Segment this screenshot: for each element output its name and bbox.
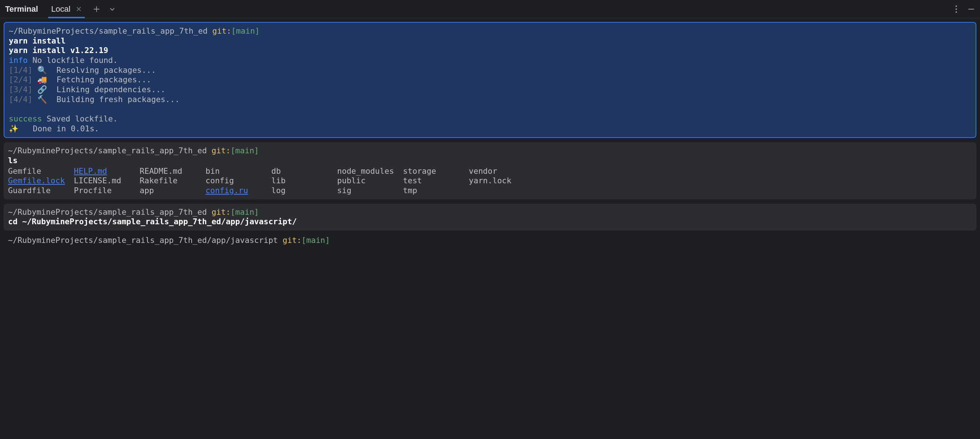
ls-item: Rakefile — [140, 176, 205, 186]
output-line: [3/4] 🔗 Linking dependencies... — [9, 85, 971, 95]
svg-point-1 — [956, 8, 957, 10]
tab-dropdown-button[interactable] — [109, 5, 116, 13]
ls-item: log — [271, 186, 337, 196]
ls-output: GemfileHELP.mdREADME.mdbindbnode_modules… — [8, 166, 972, 196]
plus-icon — [93, 5, 100, 13]
ls-item: yarn.lock — [469, 176, 535, 186]
ls-item: app — [140, 186, 205, 196]
ls-item — [469, 186, 535, 196]
command-block-cd[interactable]: ~/RubymineProjects/sample_rails_app_7th_… — [4, 204, 976, 230]
tab-actions — [93, 5, 116, 13]
output-line: ✨ Done in 0.01s. — [9, 124, 971, 134]
ls-item: config — [205, 176, 271, 186]
ls-item: LICENSE.md — [74, 176, 140, 186]
kebab-icon — [955, 5, 957, 13]
ls-item: vendor — [469, 166, 535, 176]
output-line: yarn install v1.22.19 — [9, 46, 108, 55]
prompt: ~/RubymineProjects/sample_rails_app_7th_… — [8, 146, 972, 156]
output-line: info No lockfile found. — [9, 56, 971, 65]
ls-item: Guardfile — [8, 186, 74, 196]
terminal-tab-bar: Terminal Local ✕ — [0, 0, 980, 18]
add-tab-button[interactable] — [93, 5, 100, 13]
output-line: [4/4] 🔨 Building fresh packages... — [9, 95, 971, 105]
ls-item: node_modules — [337, 166, 403, 176]
ls-item: tmp — [403, 186, 469, 196]
close-icon[interactable]: ✕ — [76, 5, 82, 14]
output-line: [2/4] 🚚 Fetching packages... — [9, 75, 971, 85]
output-line: success Saved lockfile. — [9, 114, 971, 124]
ls-item: sig — [337, 186, 403, 196]
command-text: ls — [8, 156, 18, 165]
command-text: yarn install — [9, 36, 65, 45]
prompt: ~/RubymineProjects/sample_rails_app_7th_… — [8, 208, 972, 217]
ls-item: Gemfile.lock — [8, 176, 74, 186]
ls-item: bin — [205, 166, 271, 176]
prompt: ~/RubymineProjects/sample_rails_app_7th_… — [8, 236, 972, 245]
ls-item: Gemfile — [8, 166, 74, 176]
ls-item: HELP.md — [74, 166, 140, 176]
tool-window-title: Terminal — [5, 5, 38, 14]
ls-item: storage — [403, 166, 469, 176]
ls-item: db — [271, 166, 337, 176]
output-line — [9, 104, 971, 114]
ls-item: Procfile — [74, 186, 140, 196]
output-line: [1/4] 🔍 Resolving packages... — [9, 65, 971, 75]
tab-label: Local — [51, 5, 71, 14]
current-prompt[interactable]: ~/RubymineProjects/sample_rails_app_7th_… — [4, 235, 976, 245]
ls-item: public — [337, 176, 403, 186]
command-block-ls[interactable]: ~/RubymineProjects/sample_rails_app_7th_… — [4, 142, 976, 199]
ls-item: test — [403, 176, 469, 186]
options-button[interactable] — [955, 5, 957, 13]
tool-window-actions — [955, 5, 975, 13]
ls-item: README.md — [140, 166, 205, 176]
ls-item: config.ru — [205, 186, 271, 196]
prompt: ~/RubymineProjects/sample_rails_app_7th_… — [9, 26, 971, 36]
command-block-yarn-install[interactable]: ~/RubymineProjects/sample_rails_app_7th_… — [4, 22, 976, 138]
chevron-down-icon — [109, 6, 116, 13]
svg-point-2 — [956, 11, 957, 13]
terminal-output[interactable]: ~/RubymineProjects/sample_rails_app_7th_… — [0, 18, 980, 248]
minimize-icon — [967, 5, 975, 13]
ls-item: lib — [271, 176, 337, 186]
command-text: cd ~/RubymineProjects/sample_rails_app_7… — [8, 217, 297, 226]
svg-point-0 — [956, 5, 957, 7]
hide-button[interactable] — [967, 5, 975, 13]
tab-local[interactable]: Local ✕ — [48, 0, 85, 18]
